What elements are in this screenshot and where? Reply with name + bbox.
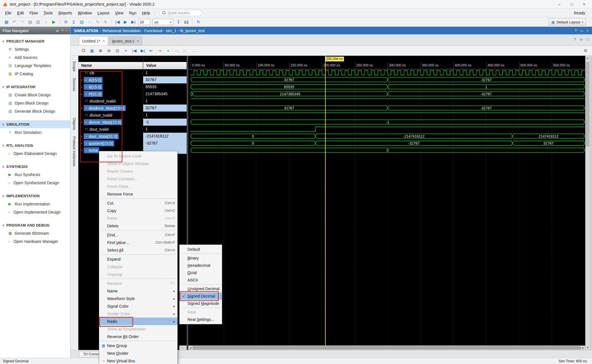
find-icon[interactable] [80,47,87,54]
menu-item-waveform-style[interactable]: Waveform Style▸ [99,295,177,302]
flow-section-simulation[interactable]: ∨SIMULATION [0,120,70,128]
expander-icon[interactable]: › [79,134,84,138]
next-marker-icon[interactable]: ▷ [182,47,189,54]
redo-icon[interactable]: ↷ [19,19,26,25]
pause-icon[interactable]: ▮▮ [183,19,190,25]
flow-section-rtl-analysis[interactable]: ∨RTL ANALYSIS [0,141,70,149]
report-icon[interactable]: ▧ [78,19,85,25]
flow-section-synthesis[interactable]: ∨SYNTHESIS [0,163,70,170]
menu-edit[interactable]: Edit [14,9,27,17]
flow-item-open-synthesized-design[interactable]: ›Open Synthesized Design [0,179,70,187]
expander-icon[interactable]: › [79,92,84,96]
settings-gear-icon[interactable]: ⚙ [62,19,70,25]
menu-help[interactable]: Help [139,9,153,17]
zoom-in-icon[interactable]: ⊕ [97,47,104,54]
menu-view[interactable]: View [112,9,126,17]
flow-item-open-hardware-manager[interactable]: ›Open Hardware Manager [0,237,70,245]
menu-item-new-virtual-bus[interactable]: »New Virtual Bus [99,357,177,364]
zoom-to-cursor-icon[interactable]: ⌖ [122,47,129,54]
menu-tools[interactable]: Tools [41,9,56,17]
flow-item-settings[interactable]: ⚙Settings [0,45,70,53]
cursor-line[interactable] [325,56,326,345]
vertical-scroll-thumb[interactable] [586,62,589,147]
scroll-right-icon[interactable]: › [184,346,184,349]
scroll-right-icon[interactable]: ▸ [581,346,585,349]
panel-help-icon[interactable]: ? [575,29,577,33]
tabbar-float-icon[interactable]: ▭ [580,37,583,41]
zoom-fit-icon[interactable]: ⊡ [114,47,121,54]
previous-marker-icon[interactable]: ◁ [173,47,180,54]
run-all-icon[interactable]: ▶ [122,19,129,25]
swap-cursors-icon[interactable]: ↔ [190,47,197,54]
scroll-left-icon[interactable]: ◂ [188,346,193,349]
timeline-ruler[interactable]: 0.000 ns50.000 ns100.000 ns150.000 ns200… [188,62,585,69]
wave-settings-gear-icon[interactable]: ⚙ [584,48,587,53]
close-tab-icon[interactable]: × [137,39,139,43]
quick-access-search[interactable]: Quick Access [159,10,202,16]
zoom-out-icon[interactable]: ⊖ [105,47,112,54]
menu-item-default[interactable]: Default [180,246,222,253]
menu-file[interactable]: File [2,9,14,17]
menu-window[interactable]: Window [75,9,95,17]
cancel-icon[interactable]: × [86,19,93,25]
go-to-time-start-icon[interactable]: |◀ [131,47,138,54]
close-tab-icon[interactable]: × [103,39,105,43]
flow-item-language-templates[interactable]: ▤Language Templates [0,61,70,70]
menu-item-cut[interactable]: CutCtrl+X [99,199,177,207]
menu-item-octal[interactable]: Octal [180,269,222,276]
signal-name-row[interactable]: ›»dout_tdata[31:0] [78,133,143,140]
sim-run-time-input[interactable] [138,19,150,25]
flow-item-generate-block-design[interactable]: ▧Generate Block Design [0,107,70,115]
expander-icon[interactable]: › [79,148,84,152]
minimize-button[interactable]: – [553,0,566,8]
horizontal-scroll-thumb[interactable] [193,346,581,349]
flow-item-open-elaborated-design[interactable]: ›Open Elaborated Design [0,149,70,157]
next-transition-icon[interactable]: ⇥ [156,47,163,54]
run-icon[interactable]: ▶ [50,19,58,25]
flow-section-program-and-debug[interactable]: ∨PROGRAM AND DEBUG [0,221,70,229]
menu-item-reverse-bit-order[interactable]: Reverse Bit Order [99,333,177,340]
flow-section-ip-integrator[interactable]: ∨IP INTEGRATOR [0,83,70,91]
float-panel-icon[interactable]: ▭ [580,29,583,33]
menu-item-delete[interactable]: DeleteDelete [99,222,177,230]
close-panel-icon[interactable]: × [587,29,589,33]
signal-name-row[interactable]: ⊓clk [78,69,143,76]
menu-item-binary[interactable]: Binary [180,254,222,262]
flow-item-generate-bitstream[interactable]: ▦Generate Bitstream [0,229,70,237]
signal-name-row[interactable]: ⊓dout_tvalid [78,126,143,133]
copy-icon[interactable]: ▤ [26,19,34,25]
edit-icon[interactable]: ✎ [94,19,101,25]
expander-icon[interactable]: › [79,85,84,89]
tab-untitled-1[interactable]: Untitled 1*× [79,36,108,45]
signal-name-row[interactable]: ›»quotient[15:0] [78,140,143,147]
menu-flow[interactable]: Flow [27,9,41,17]
signal-name-row[interactable]: ›»B[15:0] [78,83,143,90]
expander-icon[interactable]: › [79,78,84,82]
menu-item-name[interactable]: Name▸ [99,287,177,295]
signal-name-row[interactable]: ›»P[31:0] [78,90,143,97]
flow-item-open-implemented-design[interactable]: ›Open Implemented Design [0,208,70,216]
menu-layout[interactable]: Layout [95,9,112,17]
tabbar-maximize-icon[interactable]: □ [586,37,589,41]
dock-toggle-icon[interactable]: ⇄ [56,29,59,33]
menu-item-ascii[interactable]: ASCII [180,276,222,284]
step-icon[interactable]: ↧ [175,19,182,25]
flow-item-run-implementation[interactable]: ▶Run Implementation [0,200,70,208]
maximize-button[interactable]: □ [566,0,578,8]
menu-item-find[interactable]: Find...Ctrl+F [99,231,177,239]
flow-section-implementation[interactable]: ∨IMPLEMENTATION [0,192,70,200]
tabbar-help-icon[interactable]: ? [574,37,576,41]
restart-icon[interactable]: |◀ [114,19,121,25]
menu-run[interactable]: Run [126,9,139,17]
signal-name-row[interactable]: ›»divisor_tdata[15:0] [78,119,143,126]
side-tab-protocol-instances[interactable]: Protocol Instances [72,134,76,169]
vertical-scrollbar[interactable]: ▲ ▼ [585,56,590,350]
save-waveform-icon[interactable]: ▣ [89,47,96,54]
waveform-canvas[interactable]: 32767-327676553512147385345-3276732767-3… [188,69,585,345]
flow-item-create-block-design[interactable]: ▧Create Block Design [0,91,70,99]
expander-icon[interactable]: › [79,120,84,124]
go-to-time-end-icon[interactable]: ▶| [139,47,146,54]
expander-icon[interactable]: › [79,141,84,145]
cursor-time-label[interactable]: 205.004 ns [325,57,344,61]
menu-item-signal-color[interactable]: Signal Color▸ [99,302,177,310]
